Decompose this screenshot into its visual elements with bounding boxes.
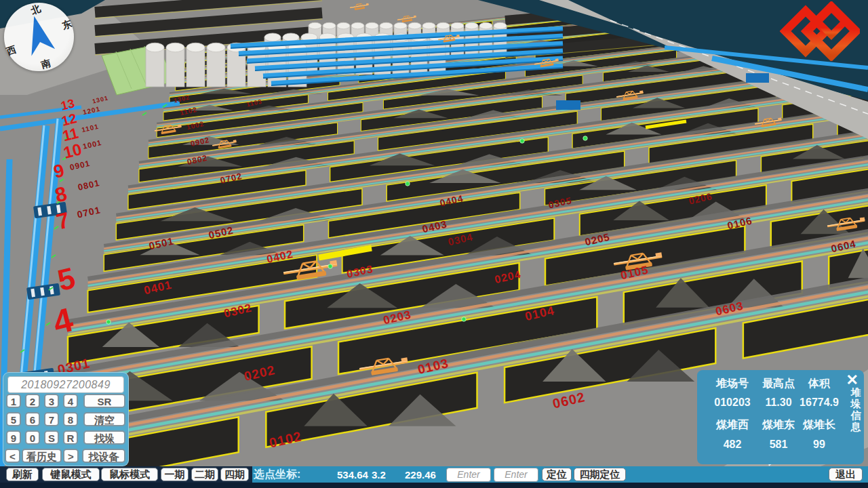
keypad-button-S[interactable]: S	[44, 430, 59, 445]
toolbar-button-四期定位[interactable]: 四期定位	[574, 468, 626, 481]
enter-input-2[interactable]: Enter	[494, 468, 538, 482]
status-dot	[520, 139, 524, 143]
pick-coords-label: 选点坐标:	[254, 468, 300, 482]
compass-arrow	[25, 14, 56, 56]
silo	[166, 47, 184, 87]
company-logo	[780, 1, 860, 61]
keypad-button-9[interactable]: 9	[6, 430, 21, 445]
info-field-value: 99	[813, 439, 825, 451]
keypad-button-<[interactable]: <	[5, 449, 20, 463]
stack-info-panel: ✕ 堆垛信息 堆场号010203最高点11.30体积16774.9煤堆西482煤…	[697, 370, 864, 464]
toolbar-button-键鼠模式[interactable]: 键鼠模式	[42, 468, 100, 481]
keypad-button-4[interactable]: 4	[63, 394, 78, 408]
stack-info-vertical-label: 堆垛信息	[850, 386, 861, 432]
keypad-button-1[interactable]: 1	[6, 394, 21, 408]
keypad-button->[interactable]: >	[63, 449, 79, 463]
keypad-button-R[interactable]: R	[63, 430, 78, 445]
keypad-panel: 20180927200849 1234SR5678清空90SR找垛<看历史>找设…	[3, 372, 129, 466]
coord-y: 3.2	[372, 469, 386, 481]
exit-button[interactable]: 退出	[829, 468, 863, 481]
info-field-label: 最高点	[762, 377, 795, 391]
status-dot	[583, 136, 587, 140]
keypad-button-7[interactable]: 7	[44, 412, 59, 426]
info-field-value: 010203	[714, 396, 750, 409]
enter-input-1[interactable]: Enter	[446, 468, 491, 482]
keypad-button-清空[interactable]: 清空	[83, 412, 125, 426]
keypad-button-5[interactable]: 5	[6, 412, 21, 426]
info-field-value: 11.30	[765, 396, 791, 409]
status-dot	[406, 182, 410, 186]
info-field-value: 16774.9	[800, 396, 839, 409]
info-field-label: 煤堆长	[803, 418, 835, 432]
coal-yard-3d-app: { "compass": {"north":"北","east":"东","so…	[0, 0, 868, 488]
info-field-value: 482	[724, 439, 742, 451]
keypad-button-2[interactable]: 2	[25, 394, 40, 408]
compass[interactable]: 北 东 西 南	[4, 3, 74, 71]
coord-x: 534.64	[337, 469, 368, 481]
bottom-toolbar: 选点坐标: 534.64 3.2 229.46 Enter Enter 退出 刷…	[0, 466, 868, 483]
toolbar-button-二期[interactable]: 二期	[191, 468, 218, 481]
info-field-label: 体积	[808, 377, 830, 391]
keypad-button-看历史[interactable]: 看历史	[22, 449, 62, 463]
toolbar-button-四期[interactable]: 四期	[220, 468, 249, 481]
keypad-button-找垛[interactable]: 找垛	[83, 430, 125, 445]
keypad-button-8[interactable]: 8	[63, 412, 78, 426]
toolbar-button-刷新[interactable]: 刷新	[6, 468, 39, 481]
silo	[146, 47, 164, 87]
keypad-button-0[interactable]: 0	[25, 430, 40, 445]
keypad-button-3[interactable]: 3	[44, 394, 59, 408]
info-field-label: 煤堆西	[716, 418, 749, 432]
toolbar-button-鼠标模式[interactable]: 鼠标模式	[101, 468, 158, 481]
status-dot	[106, 320, 111, 324]
status-dot	[462, 317, 466, 321]
info-field-label: 堆场号	[716, 377, 749, 391]
toolbar-button-定位[interactable]: 定位	[542, 468, 572, 481]
bottom-edge-strip	[0, 483, 868, 488]
keypad-button-SR[interactable]: SR	[83, 394, 125, 408]
silo	[207, 47, 225, 87]
toolbar-button-一期[interactable]: 一期	[161, 468, 189, 481]
keypad-button-6[interactable]: 6	[25, 412, 40, 426]
status-dot	[328, 264, 332, 268]
coord-z: 229.46	[405, 469, 436, 481]
keypad-display[interactable]: 20180927200849	[7, 376, 124, 393]
keypad-button-找设备[interactable]: 找设备	[82, 449, 125, 463]
info-field-label: 煤堆东	[762, 418, 795, 432]
silo	[186, 47, 205, 87]
info-field-value: 581	[770, 439, 788, 451]
